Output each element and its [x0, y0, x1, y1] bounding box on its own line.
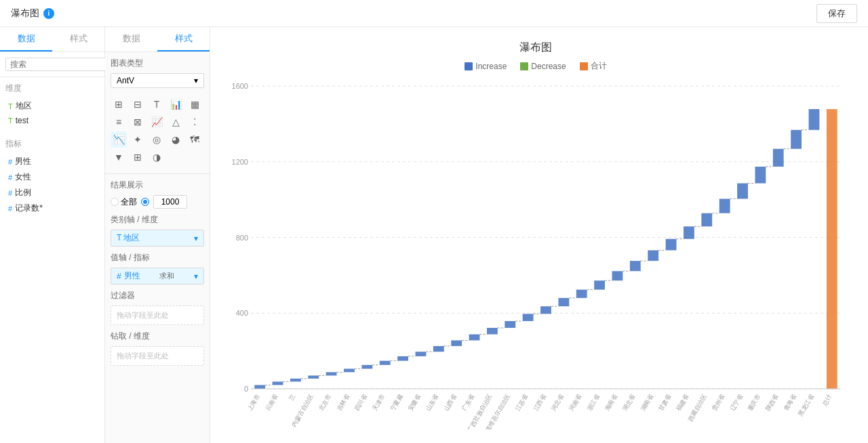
- svg-rect-31: [433, 346, 444, 352]
- metric-hash: #: [117, 272, 121, 281]
- chart-icon-radar[interactable]: ✦: [130, 131, 146, 148]
- chart-icon-scatter[interactable]: ⁚: [186, 114, 203, 130]
- category-section: 类别轴 / 维度 T 地区 ▾: [105, 214, 210, 252]
- metric-name: 男性: [124, 270, 140, 282]
- filter-label: 过滤器: [111, 290, 204, 301]
- dimensions-label: 维度: [5, 83, 99, 94]
- field-type-T2: T: [8, 117, 13, 125]
- tab-style-style[interactable]: 样式: [157, 27, 210, 51]
- tab-data-style[interactable]: 数据: [105, 27, 157, 51]
- chart-icon-table2[interactable]: ⊟: [130, 96, 146, 112]
- chart-icon-funnel[interactable]: ▼: [111, 149, 127, 165]
- svg-rect-55: [648, 250, 658, 261]
- chart-icon-line[interactable]: 📈: [149, 114, 165, 130]
- drill-dropzone[interactable]: 拖动字段至此处: [111, 346, 204, 366]
- chart-icon-bar[interactable]: 📊: [167, 96, 184, 112]
- result-display-controls: 全部: [111, 195, 204, 209]
- left-search-bar: ⚙ ↻: [0, 52, 104, 77]
- metric-name-male: 男性: [15, 156, 31, 167]
- metrics-section: 指标 # 男性 # 女性 # 比例 # 记录数*: [0, 133, 104, 222]
- save-button[interactable]: 保存: [816, 4, 857, 23]
- legend-label-total: 合计: [591, 60, 607, 72]
- svg-text:总计: 总计: [821, 393, 833, 407]
- category-selector[interactable]: T 地区 ▾: [111, 230, 204, 247]
- metrics-label: 指标: [5, 138, 99, 150]
- svg-rect-72: [809, 109, 820, 130]
- chart-icon-pivot[interactable]: ⊠: [130, 114, 146, 130]
- dimension-name-test: test: [16, 116, 28, 125]
- field-type-T: T: [8, 102, 13, 110]
- svg-rect-69: [773, 149, 784, 167]
- metric-item-count[interactable]: # 记录数*: [5, 201, 99, 216]
- top-bar-title: 瀑布图 i: [11, 7, 54, 20]
- field-type-num4: #: [8, 205, 12, 213]
- result-display-label: 结果展示: [111, 180, 204, 191]
- chart-icon-grouped-bar[interactable]: ▦: [186, 96, 203, 112]
- radio-num[interactable]: [141, 198, 149, 206]
- metric-item-ratio[interactable]: # 比例: [5, 185, 99, 201]
- svg-rect-51: [612, 271, 623, 280]
- style-tabs: 数据 样式: [105, 27, 210, 52]
- app-container: 瀑布图 i 保存 数据 样式 ⚙ ↻ 维度 T 地区: [0, 0, 868, 443]
- svg-text:兰: 兰: [288, 393, 296, 402]
- svg-rect-73: [827, 109, 837, 389]
- svg-text:天津市: 天津市: [371, 393, 386, 412]
- svg-rect-65: [737, 184, 748, 199]
- result-count-input[interactable]: [153, 195, 187, 209]
- filter-dropzone[interactable]: 拖动字段至此处: [111, 305, 204, 325]
- svg-text:400: 400: [236, 309, 248, 317]
- chart-icon-row[interactable]: ≡: [111, 114, 127, 130]
- svg-text:安徽省: 安徽省: [407, 393, 422, 412]
- svg-text:吉林省: 吉林省: [336, 393, 351, 412]
- chart-icon-text[interactable]: T: [149, 96, 165, 112]
- chart-legend: Increase Decrease 合计: [224, 60, 848, 72]
- search-input[interactable]: [5, 58, 117, 71]
- svg-text:甘肃省: 甘肃省: [657, 393, 672, 412]
- legend-dot-increase: [465, 62, 473, 70]
- info-icon: i: [43, 8, 54, 19]
- svg-rect-57: [666, 239, 677, 251]
- dimensions-section: 维度 T 地区 T test: [0, 77, 104, 133]
- metric-item-male[interactable]: # 男性: [5, 154, 99, 169]
- metric-item-female[interactable]: # 女性: [5, 169, 99, 185]
- chart-icon-waterfall[interactable]: 📉: [111, 131, 127, 148]
- chart-icon-area[interactable]: △: [167, 114, 184, 130]
- filter-section: 过滤器 拖动字段至此处: [105, 290, 210, 331]
- value-axis-section: 值轴 / 指标 # 男性 求和 ▾: [105, 252, 210, 290]
- chevron-down-icon3: ▾: [194, 272, 198, 281]
- svg-rect-29: [416, 352, 427, 356]
- svg-rect-49: [594, 280, 605, 289]
- radio-all[interactable]: 全部: [111, 196, 137, 208]
- svg-rect-59: [684, 226, 694, 238]
- legend-decrease: Decrease: [520, 60, 566, 72]
- svg-text:云南省: 云南省: [264, 393, 279, 412]
- dimension-item-region[interactable]: T 地区: [5, 98, 99, 114]
- chart-title: 瀑布图: [224, 41, 848, 55]
- svg-text:1600: 1600: [232, 83, 248, 90]
- svg-text:河南省: 河南省: [568, 393, 583, 412]
- svg-text:广东省: 广东省: [460, 393, 475, 412]
- tab-data[interactable]: 数据: [0, 27, 52, 51]
- svg-text:西藏自治区: 西藏自治区: [687, 393, 708, 423]
- chart-icon-heatmap[interactable]: ⊞: [130, 149, 146, 165]
- chart-icon-table[interactable]: ⊞: [111, 96, 127, 112]
- svg-rect-25: [380, 361, 391, 365]
- svg-rect-27: [397, 356, 408, 361]
- chart-icon-map[interactable]: 🗺: [186, 131, 203, 148]
- chart-icon-gauge[interactable]: ◎: [149, 131, 165, 148]
- chart-icon-pie[interactable]: ◕: [167, 131, 184, 148]
- chart-icons-grid: ⊞ ⊟ T 📊 ▦ ≡ ⊠ 📈 △ ⁚ 📉 ✦ ◎ ◕ 🗺 ▼ ⊞: [105, 93, 210, 168]
- svg-rect-63: [719, 199, 730, 213]
- chart-area: 瀑布图 Increase Decrease 合计 040080012001600…: [210, 27, 868, 443]
- tab-style[interactable]: 样式: [52, 27, 104, 51]
- chart-type-section: 图表类型 AntV ▾: [105, 52, 210, 93]
- svg-text:江苏省: 江苏省: [514, 393, 529, 412]
- svg-text:湖南省: 湖南省: [639, 393, 654, 412]
- metric-name-ratio: 比例: [15, 187, 31, 198]
- dimension-item-test[interactable]: T test: [5, 114, 99, 127]
- chart-icon-other[interactable]: ◑: [149, 149, 165, 165]
- chart-type-selector[interactable]: AntV ▾: [111, 73, 204, 88]
- svg-rect-37: [487, 328, 498, 334]
- svg-text:山东省: 山东省: [425, 393, 439, 412]
- svg-text:上海市: 上海市: [246, 393, 261, 412]
